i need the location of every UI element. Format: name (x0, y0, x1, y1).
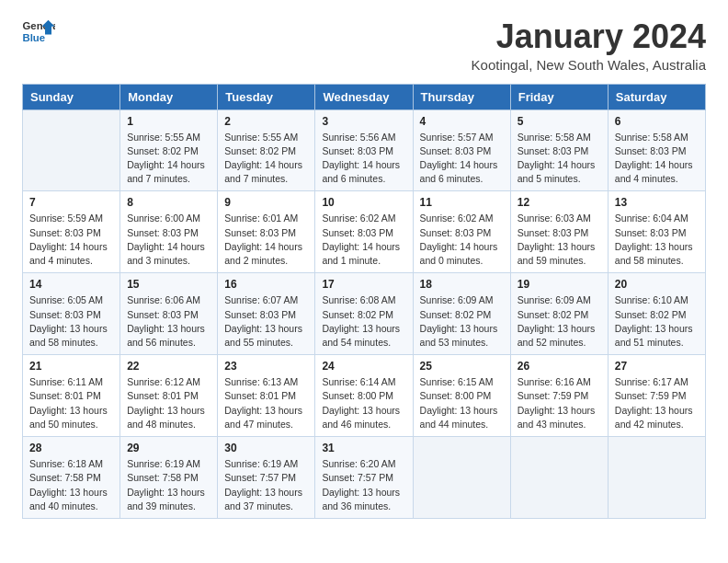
day-info: Sunrise: 6:14 AM Sunset: 8:00 PM Dayligh… (322, 375, 405, 431)
calendar-cell: 15Sunrise: 6:06 AM Sunset: 8:03 PM Dayli… (120, 273, 218, 355)
day-number: 15 (127, 278, 210, 291)
calendar-cell: 30Sunrise: 6:19 AM Sunset: 7:57 PM Dayli… (218, 437, 315, 519)
day-number: 8 (127, 196, 210, 209)
day-info: Sunrise: 5:56 AM Sunset: 8:03 PM Dayligh… (322, 131, 405, 187)
day-info: Sunrise: 6:04 AM Sunset: 8:03 PM Dayligh… (615, 212, 699, 268)
day-info: Sunrise: 6:20 AM Sunset: 7:57 PM Dayligh… (322, 457, 405, 513)
weekday-tuesday: Tuesday (218, 84, 315, 109)
weekday-monday: Monday (120, 84, 218, 109)
day-number: 30 (224, 442, 308, 454)
calendar-cell: 12Sunrise: 6:03 AM Sunset: 8:03 PM Dayli… (510, 191, 608, 273)
week-row-2: 7Sunrise: 5:59 AM Sunset: 8:03 PM Daylig… (23, 191, 706, 273)
week-row-4: 21Sunrise: 6:11 AM Sunset: 8:01 PM Dayli… (23, 355, 706, 437)
calendar-cell: 24Sunrise: 6:14 AM Sunset: 8:00 PM Dayli… (315, 355, 413, 437)
calendar-cell: 13Sunrise: 6:04 AM Sunset: 8:03 PM Dayli… (608, 191, 705, 273)
day-number: 6 (615, 115, 699, 128)
week-row-5: 28Sunrise: 6:18 AM Sunset: 7:58 PM Dayli… (23, 437, 706, 519)
day-info: Sunrise: 6:18 AM Sunset: 7:58 PM Dayligh… (29, 457, 113, 513)
day-info: Sunrise: 6:05 AM Sunset: 8:03 PM Dayligh… (29, 293, 113, 350)
day-info: Sunrise: 5:55 AM Sunset: 8:02 PM Dayligh… (127, 131, 210, 187)
weekday-wednesday: Wednesday (315, 84, 413, 109)
day-number: 28 (29, 442, 113, 454)
weekday-saturday: Saturday (608, 84, 705, 109)
calendar-cell: 3Sunrise: 5:56 AM Sunset: 8:03 PM Daylig… (315, 109, 413, 191)
day-number: 1 (127, 115, 210, 128)
day-number: 12 (518, 196, 601, 209)
calendar-cell: 16Sunrise: 6:07 AM Sunset: 8:03 PM Dayli… (218, 273, 315, 355)
day-number: 13 (615, 196, 699, 209)
calendar-cell: 28Sunrise: 6:18 AM Sunset: 7:58 PM Dayli… (23, 437, 120, 519)
weekday-thursday: Thursday (413, 84, 510, 109)
calendar-cell: 7Sunrise: 5:59 AM Sunset: 8:03 PM Daylig… (23, 191, 120, 273)
month-title: January 2024 (472, 18, 706, 55)
calendar-cell: 4Sunrise: 5:57 AM Sunset: 8:03 PM Daylig… (413, 109, 510, 191)
page-header: General Blue January 2024 Kootingal, New… (22, 18, 706, 73)
calendar-cell: 5Sunrise: 5:58 AM Sunset: 8:03 PM Daylig… (510, 109, 608, 191)
day-info: Sunrise: 5:59 AM Sunset: 8:03 PM Dayligh… (29, 212, 113, 268)
calendar-cell: 6Sunrise: 5:58 AM Sunset: 8:03 PM Daylig… (608, 109, 705, 191)
day-number: 24 (322, 360, 405, 373)
calendar-cell (608, 437, 705, 519)
weekday-friday: Friday (510, 84, 608, 109)
weekday-header-row: SundayMondayTuesdayWednesdayThursdayFrid… (23, 84, 706, 109)
calendar-cell: 25Sunrise: 6:15 AM Sunset: 8:00 PM Dayli… (413, 355, 510, 437)
day-info: Sunrise: 6:06 AM Sunset: 8:03 PM Dayligh… (127, 293, 210, 350)
day-info: Sunrise: 6:19 AM Sunset: 7:57 PM Dayligh… (224, 457, 308, 513)
logo-icon: General Blue (22, 18, 55, 44)
day-info: Sunrise: 6:13 AM Sunset: 8:01 PM Dayligh… (224, 375, 308, 431)
calendar-cell: 22Sunrise: 6:12 AM Sunset: 8:01 PM Dayli… (120, 355, 218, 437)
day-info: Sunrise: 6:09 AM Sunset: 8:02 PM Dayligh… (420, 293, 504, 350)
day-number: 10 (322, 196, 405, 209)
location-subtitle: Kootingal, New South Wales, Australia (472, 57, 706, 73)
day-number: 19 (518, 278, 601, 291)
day-number: 26 (518, 360, 601, 373)
title-block: January 2024 Kootingal, New South Wales,… (472, 18, 706, 73)
logo: General Blue (22, 18, 55, 44)
calendar-cell: 20Sunrise: 6:10 AM Sunset: 8:02 PM Dayli… (608, 273, 705, 355)
day-number: 3 (322, 115, 405, 128)
week-row-1: 1Sunrise: 5:55 AM Sunset: 8:02 PM Daylig… (23, 109, 706, 191)
calendar-cell: 23Sunrise: 6:13 AM Sunset: 8:01 PM Dayli… (218, 355, 315, 437)
day-info: Sunrise: 6:07 AM Sunset: 8:03 PM Dayligh… (224, 293, 308, 350)
calendar-cell: 21Sunrise: 6:11 AM Sunset: 8:01 PM Dayli… (23, 355, 120, 437)
calendar-cell (510, 437, 608, 519)
day-info: Sunrise: 6:17 AM Sunset: 7:59 PM Dayligh… (615, 375, 699, 431)
calendar-cell: 10Sunrise: 6:02 AM Sunset: 8:03 PM Dayli… (315, 191, 413, 273)
calendar-cell: 8Sunrise: 6:00 AM Sunset: 8:03 PM Daylig… (120, 191, 218, 273)
day-number: 2 (224, 115, 308, 128)
svg-text:Blue: Blue (23, 32, 46, 43)
day-number: 4 (420, 115, 504, 128)
day-info: Sunrise: 6:09 AM Sunset: 8:02 PM Dayligh… (518, 293, 601, 350)
day-info: Sunrise: 6:01 AM Sunset: 8:03 PM Dayligh… (224, 212, 308, 268)
day-info: Sunrise: 6:16 AM Sunset: 7:59 PM Dayligh… (518, 375, 601, 431)
calendar-table: SundayMondayTuesdayWednesdayThursdayFrid… (22, 84, 706, 519)
calendar-cell: 19Sunrise: 6:09 AM Sunset: 8:02 PM Dayli… (510, 273, 608, 355)
calendar-cell: 9Sunrise: 6:01 AM Sunset: 8:03 PM Daylig… (218, 191, 315, 273)
day-info: Sunrise: 6:15 AM Sunset: 8:00 PM Dayligh… (420, 375, 504, 431)
day-number: 22 (127, 360, 210, 373)
day-number: 7 (29, 196, 113, 209)
day-number: 16 (224, 278, 308, 291)
calendar-cell (413, 437, 510, 519)
week-row-3: 14Sunrise: 6:05 AM Sunset: 8:03 PM Dayli… (23, 273, 706, 355)
day-info: Sunrise: 5:57 AM Sunset: 8:03 PM Dayligh… (420, 131, 504, 187)
day-info: Sunrise: 5:58 AM Sunset: 8:03 PM Dayligh… (615, 131, 699, 187)
day-number: 25 (420, 360, 504, 373)
calendar-cell: 2Sunrise: 5:55 AM Sunset: 8:02 PM Daylig… (218, 109, 315, 191)
day-info: Sunrise: 6:19 AM Sunset: 7:58 PM Dayligh… (127, 457, 210, 513)
day-number: 18 (420, 278, 504, 291)
calendar-cell: 18Sunrise: 6:09 AM Sunset: 8:02 PM Dayli… (413, 273, 510, 355)
day-info: Sunrise: 6:10 AM Sunset: 8:02 PM Dayligh… (615, 293, 699, 350)
day-info: Sunrise: 6:03 AM Sunset: 8:03 PM Dayligh… (518, 212, 601, 268)
day-info: Sunrise: 5:58 AM Sunset: 8:03 PM Dayligh… (518, 131, 601, 187)
calendar-cell: 11Sunrise: 6:02 AM Sunset: 8:03 PM Dayli… (413, 191, 510, 273)
calendar-body: 1Sunrise: 5:55 AM Sunset: 8:02 PM Daylig… (23, 109, 706, 518)
day-info: Sunrise: 6:11 AM Sunset: 8:01 PM Dayligh… (29, 375, 113, 431)
day-number: 31 (322, 442, 405, 454)
calendar-cell: 17Sunrise: 6:08 AM Sunset: 8:02 PM Dayli… (315, 273, 413, 355)
day-number: 27 (615, 360, 699, 373)
calendar-cell (23, 109, 120, 191)
day-info: Sunrise: 6:12 AM Sunset: 8:01 PM Dayligh… (127, 375, 210, 431)
weekday-sunday: Sunday (23, 84, 120, 109)
day-number: 14 (29, 278, 113, 291)
